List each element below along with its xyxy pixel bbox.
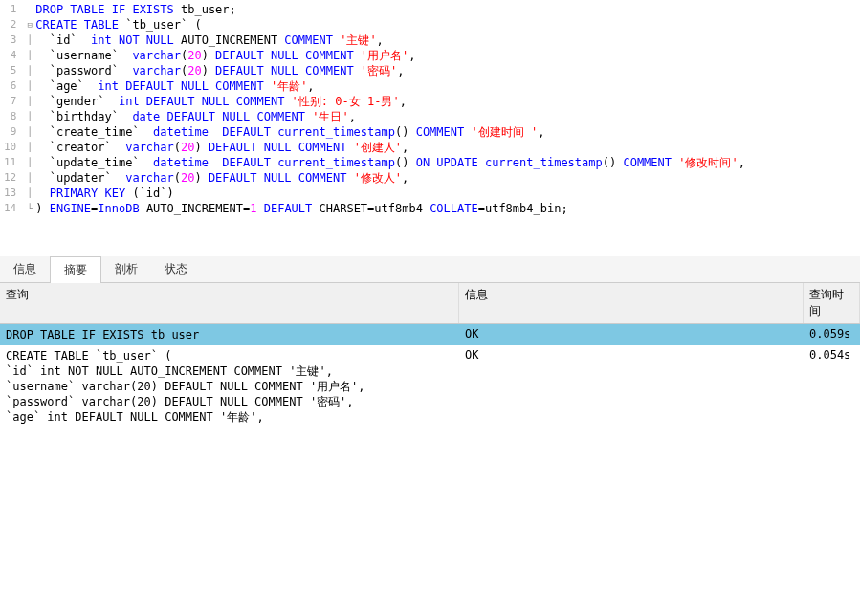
result-tabs: 信息 摘要 剖析 状态	[0, 256, 860, 283]
code-line[interactable]: │ `update_time` datetime DEFAULT current…	[24, 155, 860, 170]
col-time[interactable]: 查询时间	[804, 283, 860, 323]
tab-info[interactable]: 信息	[0, 256, 50, 282]
code-line[interactable]: DROP TABLE IF EXISTS tb_user;	[24, 2, 860, 17]
col-info[interactable]: 信息	[459, 283, 804, 323]
tab-status[interactable]: 状态	[151, 256, 201, 282]
code-line[interactable]: │ `updater` varchar(20) DEFAULT NULL COM…	[24, 170, 860, 186]
results-header: 查询 信息 查询时间	[0, 283, 860, 324]
code-line[interactable]: │ `creator` varchar(20) DEFAULT NULL COM…	[24, 140, 860, 155]
result-query: CREATE TABLE `tb_user` ( `id` int NOT NU…	[0, 345, 459, 428]
tab-profile[interactable]: 剖析	[101, 256, 151, 282]
code-line[interactable]: └) ENGINE=InnoDB AUTO_INCREMENT=1 DEFAUL…	[24, 201, 860, 216]
result-row[interactable]: DROP TABLE IF EXISTS tb_userOK0.059s	[0, 324, 860, 345]
result-time: 0.054s	[804, 345, 860, 428]
tab-summary[interactable]: 摘要	[50, 256, 101, 283]
result-info: OK	[459, 324, 804, 345]
results-body: DROP TABLE IF EXISTS tb_userOK0.059sCREA…	[0, 324, 860, 428]
code-line[interactable]: │ `age` int DEFAULT NULL COMMENT '年龄',	[24, 78, 860, 94]
code-line[interactable]: │ `birthday` date DEFAULT NULL COMMENT '…	[24, 109, 860, 124]
code-line[interactable]: │ `username` varchar(20) DEFAULT NULL CO…	[24, 48, 860, 63]
sql-editor[interactable]: 1234567891011121314 DROP TABLE IF EXISTS…	[0, 0, 860, 218]
result-info: OK	[459, 345, 804, 428]
result-row[interactable]: CREATE TABLE `tb_user` ( `id` int NOT NU…	[0, 345, 860, 428]
line-gutter: 1234567891011121314	[0, 0, 24, 218]
code-line[interactable]: ⊟CREATE TABLE `tb_user` (	[24, 17, 860, 33]
code-line[interactable]: │ `create_time` datetime DEFAULT current…	[24, 124, 860, 140]
code-line[interactable]: │ `id` int NOT NULL AUTO_INCREMENT COMME…	[24, 33, 860, 48]
code-line[interactable]: │ `password` varchar(20) DEFAULT NULL CO…	[24, 63, 860, 78]
result-time: 0.059s	[804, 324, 860, 345]
code-line[interactable]: │ PRIMARY KEY (`id`)	[24, 186, 860, 201]
code-area[interactable]: DROP TABLE IF EXISTS tb_user;⊟CREATE TAB…	[24, 0, 860, 218]
code-line[interactable]: │ `gender` int DEFAULT NULL COMMENT '性别:…	[24, 94, 860, 109]
result-query: DROP TABLE IF EXISTS tb_user	[0, 324, 459, 345]
col-query[interactable]: 查询	[0, 283, 459, 323]
